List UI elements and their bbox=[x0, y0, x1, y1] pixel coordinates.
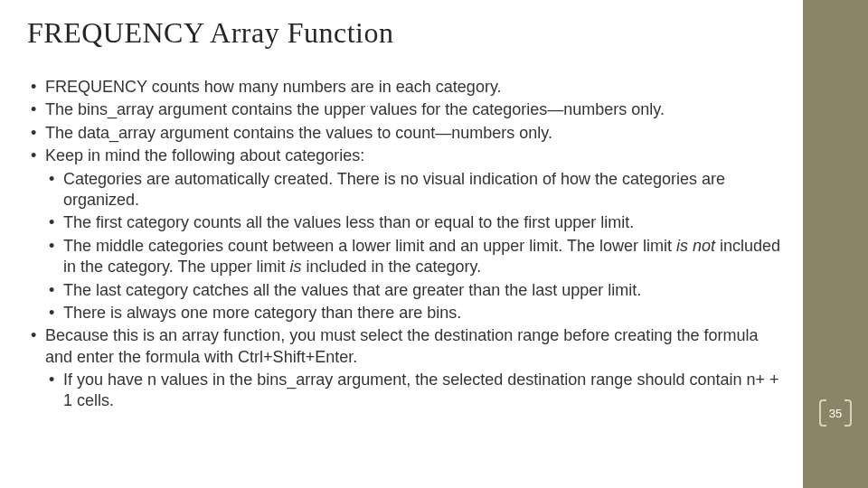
bullet-text: The bins_array argument contains the upp… bbox=[45, 100, 665, 118]
list-item: If you have n values in the bins_array a… bbox=[45, 370, 787, 412]
bullet-text: There is always one more category than t… bbox=[63, 304, 461, 322]
bullet-text: If you have n values in the bins_array a… bbox=[63, 371, 779, 409]
list-item: There is always one more category than t… bbox=[45, 303, 787, 324]
bullet-text: The data_array argument contains the val… bbox=[45, 124, 552, 142]
content-area: FREQUENCY Array Function FREQUENCY count… bbox=[27, 16, 787, 414]
bullet-text: included in the category. bbox=[301, 258, 481, 276]
bullet-text: The first category counts all the values… bbox=[63, 213, 634, 231]
bullet-text: The middle categories count between a lo… bbox=[63, 237, 676, 255]
bullet-text: Categories are automatically created. Th… bbox=[63, 170, 725, 209]
list-item: The bins_array argument contains the upp… bbox=[27, 99, 787, 120]
list-item: Because this is an array function, you m… bbox=[27, 325, 787, 412]
slide-title: FREQUENCY Array Function bbox=[27, 16, 787, 50]
bracket-right-icon bbox=[844, 399, 852, 427]
italic-text: is not bbox=[676, 237, 715, 255]
bullet-text: The last category catches all the values… bbox=[63, 281, 641, 299]
list-item: The middle categories count between a lo… bbox=[45, 236, 787, 278]
italic-text: is bbox=[289, 258, 301, 276]
page-number-badge: 35 bbox=[819, 399, 852, 427]
list-item: Categories are automatically created. Th… bbox=[45, 169, 787, 211]
page-number: 35 bbox=[829, 407, 842, 420]
list-item: The last category catches all the values… bbox=[45, 280, 787, 301]
bullet-text: FREQUENCY counts how many numbers are in… bbox=[45, 78, 502, 96]
list-item: The data_array argument contains the val… bbox=[27, 123, 787, 144]
sub-list: Categories are automatically created. Th… bbox=[45, 169, 787, 324]
bullet-text: Because this is an array function, you m… bbox=[45, 326, 758, 365]
bullet-list: FREQUENCY counts how many numbers are in… bbox=[27, 77, 787, 412]
sub-list: If you have n values in the bins_array a… bbox=[45, 370, 787, 412]
list-item: FREQUENCY counts how many numbers are in… bbox=[27, 77, 787, 98]
bracket-left-icon bbox=[819, 399, 826, 427]
slide: FREQUENCY Array Function FREQUENCY count… bbox=[0, 0, 868, 488]
list-item: Keep in mind the following about categor… bbox=[27, 145, 787, 324]
bullet-text: Keep in mind the following about categor… bbox=[45, 146, 364, 164]
list-item: The first category counts all the values… bbox=[45, 212, 787, 233]
